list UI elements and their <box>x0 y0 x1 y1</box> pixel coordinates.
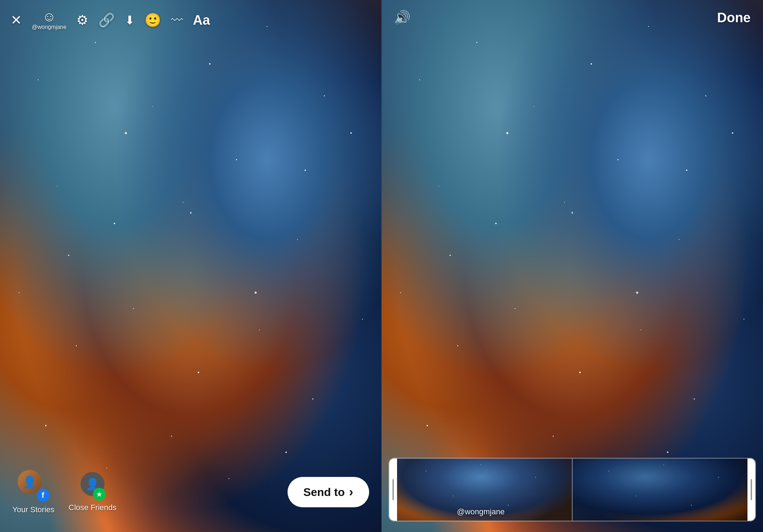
send-to-button[interactable]: Send to › <box>288 477 369 507</box>
draw-button[interactable]: 〰 <box>171 14 183 26</box>
left-panel: ✕ ☺ @wongmjane ⚙ 🔗 ⬇ 🙂 〰 Aa 👤 <box>0 0 382 532</box>
your-stories-option[interactable]: 👤 f Your Stories <box>12 470 54 514</box>
your-stories-label: Your Stories <box>12 505 54 514</box>
close-friends-option[interactable]: 👤 ★ Close Friends <box>69 472 117 512</box>
close-friends-avatar-wrapper: 👤 ★ <box>81 472 105 500</box>
strip-username-label: @wongmjane <box>457 507 505 516</box>
strip-divider <box>572 459 573 521</box>
right-stars <box>382 0 763 532</box>
text-button[interactable]: Aa <box>193 13 210 28</box>
link-button[interactable]: 🔗 <box>98 13 115 27</box>
send-to-label: Send to <box>303 486 345 499</box>
right-panel: 🔊 Done @wongmjane <box>382 0 763 532</box>
right-top-bar: 🔊 Done <box>382 0 763 29</box>
done-button[interactable]: Done <box>717 10 751 25</box>
left-bottom-bar: 👤 f Your Stories 👤 ★ Close Friends Send … <box>0 459 382 532</box>
strip-frame-2 <box>572 459 755 521</box>
close-friends-label: Close Friends <box>69 503 117 512</box>
facebook-badge: f <box>37 489 49 502</box>
strip-handle-left[interactable] <box>389 459 397 521</box>
user-avatar: 👤 <box>18 470 42 494</box>
username-label: @wongmjane <box>32 24 66 30</box>
emoji-sticker-button[interactable]: ☺ @wongmjane <box>32 10 66 30</box>
left-stars <box>0 0 382 532</box>
face-filter-button[interactable]: 🙂 <box>144 13 161 27</box>
handle-grip-right <box>751 479 752 500</box>
settings-button[interactable]: ⚙ <box>76 13 88 27</box>
strip-frame-1: @wongmjane <box>389 459 572 521</box>
video-strip[interactable]: @wongmjane <box>389 458 756 521</box>
handle-grip-left <box>392 479 394 500</box>
close-button[interactable]: ✕ <box>11 13 22 27</box>
sound-button[interactable]: 🔊 <box>394 10 410 25</box>
download-button[interactable]: ⬇ <box>125 14 135 26</box>
strip-handle-right[interactable] <box>747 459 755 521</box>
your-stories-avatar-container: 👤 f <box>18 470 49 502</box>
send-to-arrow-icon: › <box>349 485 353 500</box>
strip-frame-2-overlay <box>572 459 755 521</box>
left-toolbar: ✕ ☺ @wongmjane ⚙ 🔗 ⬇ 🙂 〰 Aa <box>0 0 382 34</box>
close-friends-badge: ★ <box>93 488 106 501</box>
